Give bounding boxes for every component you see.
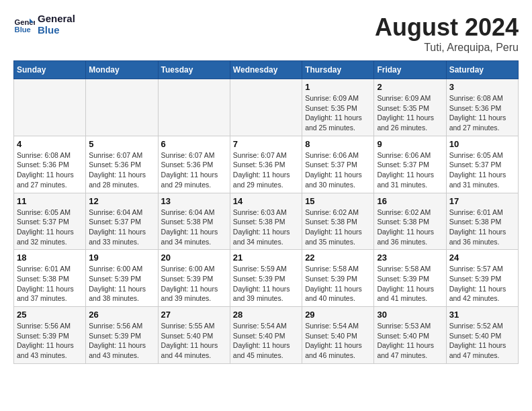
- calendar-cell: 23Sunrise: 5:58 AM Sunset: 5:39 PM Dayli…: [374, 250, 446, 307]
- day-number: 21: [233, 253, 299, 263]
- calendar-cell: 7Sunrise: 6:07 AM Sunset: 5:36 PM Daylig…: [230, 136, 302, 193]
- calendar-cell: 1Sunrise: 6:09 AM Sunset: 5:35 PM Daylig…: [302, 79, 374, 136]
- calendar-week-row: 1Sunrise: 6:09 AM Sunset: 5:35 PM Daylig…: [14, 79, 519, 136]
- day-info: Sunrise: 5:58 AM Sunset: 5:39 PM Dayligh…: [377, 264, 443, 304]
- day-number: 7: [233, 139, 299, 149]
- day-number: 6: [161, 139, 227, 149]
- page-header: General Blue General Blue August 2024 Tu…: [13, 13, 519, 54]
- weekday-header: Thursday: [302, 61, 374, 79]
- calendar-week-row: 11Sunrise: 6:05 AM Sunset: 5:37 PM Dayli…: [14, 193, 519, 250]
- weekday-header: Friday: [374, 61, 446, 79]
- calendar-cell: 25Sunrise: 5:56 AM Sunset: 5:39 PM Dayli…: [14, 307, 86, 364]
- day-number: 20: [161, 253, 227, 263]
- day-number: 4: [17, 139, 83, 149]
- day-number: 19: [89, 253, 154, 263]
- calendar-cell: 9Sunrise: 6:06 AM Sunset: 5:37 PM Daylig…: [374, 136, 446, 193]
- day-number: 22: [305, 253, 371, 263]
- logo-blue: Blue: [38, 25, 75, 36]
- weekday-header: Sunday: [14, 61, 86, 79]
- calendar-cell: [86, 79, 158, 136]
- day-info: Sunrise: 5:59 AM Sunset: 5:39 PM Dayligh…: [233, 264, 299, 304]
- day-number: 23: [377, 253, 443, 263]
- day-number: 17: [449, 196, 515, 206]
- calendar-cell: 14Sunrise: 6:03 AM Sunset: 5:38 PM Dayli…: [230, 193, 302, 250]
- calendar-cell: 18Sunrise: 6:01 AM Sunset: 5:38 PM Dayli…: [14, 250, 86, 307]
- day-info: Sunrise: 6:05 AM Sunset: 5:37 PM Dayligh…: [17, 208, 83, 247]
- calendar-cell: 22Sunrise: 5:58 AM Sunset: 5:39 PM Dayli…: [302, 250, 374, 307]
- calendar-cell: 17Sunrise: 6:01 AM Sunset: 5:38 PM Dayli…: [446, 193, 518, 250]
- day-info: Sunrise: 5:53 AM Sunset: 5:40 PM Dayligh…: [377, 321, 443, 361]
- day-number: 25: [17, 310, 83, 320]
- day-number: 5: [89, 139, 154, 149]
- day-info: Sunrise: 6:06 AM Sunset: 5:37 PM Dayligh…: [377, 150, 443, 190]
- calendar-cell: 26Sunrise: 5:56 AM Sunset: 5:39 PM Dayli…: [86, 307, 158, 364]
- weekday-header: Wednesday: [230, 61, 302, 79]
- day-number: 2: [377, 82, 443, 92]
- calendar-cell: 13Sunrise: 6:04 AM Sunset: 5:38 PM Dayli…: [158, 193, 230, 250]
- day-number: 13: [161, 196, 227, 206]
- day-number: 24: [449, 253, 515, 263]
- day-number: 18: [17, 253, 83, 263]
- calendar-cell: 2Sunrise: 6:09 AM Sunset: 5:35 PM Daylig…: [374, 79, 446, 136]
- day-info: Sunrise: 5:55 AM Sunset: 5:40 PM Dayligh…: [161, 321, 227, 361]
- calendar-cell: 30Sunrise: 5:53 AM Sunset: 5:40 PM Dayli…: [374, 307, 446, 364]
- calendar-cell: [158, 79, 230, 136]
- day-info: Sunrise: 6:08 AM Sunset: 5:36 PM Dayligh…: [449, 93, 515, 133]
- calendar-cell: [14, 79, 86, 136]
- day-info: Sunrise: 5:54 AM Sunset: 5:40 PM Dayligh…: [305, 321, 371, 361]
- day-info: Sunrise: 6:07 AM Sunset: 5:36 PM Dayligh…: [89, 150, 154, 190]
- calendar-cell: 16Sunrise: 6:02 AM Sunset: 5:38 PM Dayli…: [374, 193, 446, 250]
- day-info: Sunrise: 6:01 AM Sunset: 5:38 PM Dayligh…: [17, 264, 83, 304]
- weekday-header: Tuesday: [158, 61, 230, 79]
- calendar-cell: 28Sunrise: 5:54 AM Sunset: 5:40 PM Dayli…: [230, 307, 302, 364]
- day-info: Sunrise: 6:09 AM Sunset: 5:35 PM Dayligh…: [377, 93, 443, 133]
- calendar-cell: 29Sunrise: 5:54 AM Sunset: 5:40 PM Dayli…: [302, 307, 374, 364]
- calendar-cell: 27Sunrise: 5:55 AM Sunset: 5:40 PM Dayli…: [158, 307, 230, 364]
- calendar-cell: 5Sunrise: 6:07 AM Sunset: 5:36 PM Daylig…: [86, 136, 158, 193]
- day-number: 1: [305, 82, 371, 92]
- day-info: Sunrise: 5:57 AM Sunset: 5:39 PM Dayligh…: [449, 264, 515, 304]
- weekday-header-row: SundayMondayTuesdayWednesdayThursdayFrid…: [14, 61, 519, 79]
- day-number: 16: [377, 196, 443, 206]
- calendar-cell: 12Sunrise: 6:04 AM Sunset: 5:37 PM Dayli…: [86, 193, 158, 250]
- calendar-week-row: 4Sunrise: 6:08 AM Sunset: 5:36 PM Daylig…: [14, 136, 519, 193]
- day-number: 27: [161, 310, 227, 320]
- day-info: Sunrise: 6:07 AM Sunset: 5:36 PM Dayligh…: [233, 150, 299, 190]
- day-number: 15: [305, 196, 371, 206]
- calendar-cell: 21Sunrise: 5:59 AM Sunset: 5:39 PM Dayli…: [230, 250, 302, 307]
- calendar-subtitle: Tuti, Arequipa, Peru: [375, 42, 519, 54]
- day-info: Sunrise: 6:02 AM Sunset: 5:38 PM Dayligh…: [305, 208, 371, 247]
- calendar-cell: 3Sunrise: 6:08 AM Sunset: 5:36 PM Daylig…: [446, 79, 518, 136]
- calendar-cell: 15Sunrise: 6:02 AM Sunset: 5:38 PM Dayli…: [302, 193, 374, 250]
- day-number: 29: [305, 310, 371, 320]
- day-info: Sunrise: 6:05 AM Sunset: 5:37 PM Dayligh…: [449, 150, 515, 190]
- day-info: Sunrise: 5:52 AM Sunset: 5:40 PM Dayligh…: [449, 321, 515, 361]
- day-number: 3: [449, 82, 515, 92]
- calendar-week-row: 18Sunrise: 6:01 AM Sunset: 5:38 PM Dayli…: [14, 250, 519, 307]
- day-info: Sunrise: 6:09 AM Sunset: 5:35 PM Dayligh…: [305, 93, 371, 133]
- calendar-cell: 4Sunrise: 6:08 AM Sunset: 5:36 PM Daylig…: [14, 136, 86, 193]
- day-info: Sunrise: 6:00 AM Sunset: 5:39 PM Dayligh…: [89, 264, 154, 304]
- day-info: Sunrise: 6:08 AM Sunset: 5:36 PM Dayligh…: [17, 150, 83, 190]
- weekday-header: Monday: [86, 61, 158, 79]
- day-number: 14: [233, 196, 299, 206]
- day-number: 11: [17, 196, 83, 206]
- calendar-cell: 11Sunrise: 6:05 AM Sunset: 5:37 PM Dayli…: [14, 193, 86, 250]
- calendar-cell: 19Sunrise: 6:00 AM Sunset: 5:39 PM Dayli…: [86, 250, 158, 307]
- day-info: Sunrise: 5:56 AM Sunset: 5:39 PM Dayligh…: [89, 321, 154, 361]
- day-info: Sunrise: 6:04 AM Sunset: 5:37 PM Dayligh…: [89, 208, 154, 247]
- day-number: 10: [449, 139, 515, 149]
- day-info: Sunrise: 6:02 AM Sunset: 5:38 PM Dayligh…: [377, 208, 443, 247]
- day-info: Sunrise: 5:54 AM Sunset: 5:40 PM Dayligh…: [233, 321, 299, 361]
- day-number: 30: [377, 310, 443, 320]
- day-number: 26: [89, 310, 154, 320]
- day-info: Sunrise: 5:56 AM Sunset: 5:39 PM Dayligh…: [17, 321, 83, 361]
- day-info: Sunrise: 6:06 AM Sunset: 5:37 PM Dayligh…: [305, 150, 371, 190]
- day-number: 12: [89, 196, 154, 206]
- calendar-cell: 10Sunrise: 6:05 AM Sunset: 5:37 PM Dayli…: [446, 136, 518, 193]
- calendar-cell: [230, 79, 302, 136]
- calendar-title: August 2024: [375, 13, 519, 42]
- day-number: 9: [377, 139, 443, 149]
- day-info: Sunrise: 6:03 AM Sunset: 5:38 PM Dayligh…: [233, 208, 299, 247]
- calendar-cell: 6Sunrise: 6:07 AM Sunset: 5:36 PM Daylig…: [158, 136, 230, 193]
